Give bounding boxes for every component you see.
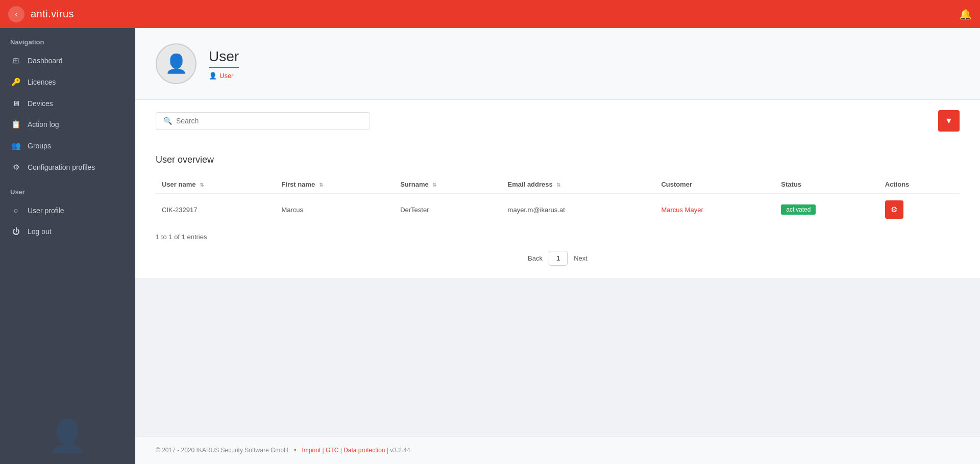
pagination-next[interactable]: Next bbox=[574, 254, 587, 262]
pagination-page-1[interactable]: 1 bbox=[549, 251, 568, 266]
footer-link-data-protection[interactable]: Data protection bbox=[344, 447, 385, 454]
col-customer[interactable]: Customer bbox=[655, 175, 775, 194]
cell-surname: DerTester bbox=[394, 194, 501, 225]
col-email[interactable]: Email address ⇅ bbox=[502, 175, 655, 194]
footer-dot: • bbox=[294, 447, 296, 454]
filter-icon: ▼ bbox=[945, 116, 953, 125]
log-icon: 📋 bbox=[10, 120, 21, 129]
sort-icon-email: ⇅ bbox=[556, 182, 560, 188]
status-badge: activated bbox=[781, 204, 816, 215]
header-right: 🔔 bbox=[959, 8, 972, 20]
sidebar-item-groups[interactable]: 👥 Groups bbox=[0, 135, 135, 157]
sidebar-item-action-log[interactable]: 📋 Action log bbox=[0, 114, 135, 135]
user-section-label: User bbox=[0, 178, 135, 200]
table-section: User overview User name ⇅ First name ⇅ bbox=[135, 142, 980, 278]
sidebar-item-dashboard[interactable]: ⊞ Dashboard bbox=[0, 50, 135, 71]
avatar: 👤 bbox=[156, 43, 197, 84]
role-label: User bbox=[219, 72, 233, 80]
sidebar-item-user-profile[interactable]: ○ User profile bbox=[0, 200, 135, 221]
logout-icon: ⏻ bbox=[10, 227, 21, 236]
sort-icon-surname: ⇅ bbox=[432, 182, 436, 188]
page-title: User bbox=[209, 48, 239, 68]
search-icon: 🔍 bbox=[163, 117, 172, 125]
user-profile-icon: ○ bbox=[10, 206, 21, 215]
app-title: anti.virus bbox=[31, 8, 74, 20]
nav-section-label: Navigation bbox=[0, 28, 135, 50]
sort-icon-firstname: ⇅ bbox=[319, 182, 323, 188]
user-table: User name ⇅ First name ⇅ Surname ⇅ Ema bbox=[156, 175, 960, 225]
pagination: Back 1 Next bbox=[156, 251, 960, 266]
footer-copyright: © 2017 - 2020 IKARUS Security Software G… bbox=[156, 447, 288, 454]
sidebar-item-configuration-profiles[interactable]: ⚙ Configuration profiles bbox=[0, 157, 135, 178]
sidebar-label-config: Configuration profiles bbox=[28, 163, 95, 171]
cell-username: CIK-232917 bbox=[156, 194, 275, 225]
footer: © 2017 - 2020 IKARUS Security Software G… bbox=[135, 436, 980, 464]
main-content: 👤 User 👤 User 🔍 ▼ User overview bbox=[135, 28, 980, 464]
sidebar-label-user-profile: User profile bbox=[28, 207, 64, 215]
sidebar-item-log-out[interactable]: ⏻ Log out bbox=[0, 221, 135, 242]
table-row: CIK-232917 Marcus DerTester mayer.m@ikar… bbox=[156, 194, 960, 225]
col-surname[interactable]: Surname ⇅ bbox=[394, 175, 501, 194]
person-icon: 👤 bbox=[165, 53, 188, 74]
col-actions: Actions bbox=[879, 175, 960, 194]
cell-email: mayer.m@ikarus.at bbox=[502, 194, 655, 225]
sidebar-label-logout: Log out bbox=[28, 227, 52, 236]
sidebar-label-dashboard: Dashboard bbox=[28, 57, 63, 65]
key-icon: 🔑 bbox=[10, 78, 21, 87]
cell-status: activated bbox=[775, 194, 878, 225]
monitor-icon: 🖥 bbox=[10, 99, 21, 108]
role-icon: 👤 bbox=[209, 72, 217, 80]
header-row: User name ⇅ First name ⇅ Surname ⇅ Ema bbox=[156, 175, 960, 194]
sidebar-bottom-decoration: 👤 bbox=[0, 407, 135, 464]
bell-icon[interactable]: 🔔 bbox=[959, 8, 972, 20]
col-status: Status bbox=[775, 175, 878, 194]
user-info: User 👤 User bbox=[209, 48, 239, 80]
cell-firstname: Marcus bbox=[275, 194, 394, 225]
search-area: 🔍 ▼ bbox=[135, 100, 980, 142]
sidebar-label-devices: Devices bbox=[28, 99, 53, 108]
table-header: User name ⇅ First name ⇅ Surname ⇅ Ema bbox=[156, 175, 960, 194]
top-header: ‹ anti.virus 🔔 bbox=[0, 0, 980, 28]
footer-version: | v3.2.44 bbox=[387, 447, 410, 454]
back-button[interactable]: ‹ bbox=[8, 6, 24, 22]
col-username[interactable]: User name ⇅ bbox=[156, 175, 275, 194]
sort-icon-username: ⇅ bbox=[200, 182, 204, 188]
table-title: User overview bbox=[156, 154, 960, 165]
filter-button[interactable]: ▼ bbox=[938, 110, 960, 132]
search-wrapper: 🔍 bbox=[156, 112, 370, 130]
footer-link-imprint[interactable]: Imprint bbox=[302, 447, 321, 454]
layout: Navigation ⊞ Dashboard 🔑 Licences 🖥 Devi… bbox=[0, 28, 980, 464]
search-input[interactable] bbox=[176, 117, 362, 125]
footer-link-gtc[interactable]: GTC bbox=[326, 447, 338, 454]
dashboard-icon: ⊞ bbox=[10, 56, 21, 65]
sidebar-label-licences: Licences bbox=[28, 78, 56, 86]
cell-customer[interactable]: Marcus Mayer bbox=[655, 194, 775, 225]
groups-icon: 👥 bbox=[10, 141, 21, 150]
entries-info: 1 to 1 of 1 entries bbox=[156, 233, 960, 241]
col-firstname[interactable]: First name ⇅ bbox=[275, 175, 394, 194]
sidebar: Navigation ⊞ Dashboard 🔑 Licences 🖥 Devi… bbox=[0, 28, 135, 464]
pagination-back[interactable]: Back bbox=[528, 254, 543, 262]
sidebar-label-groups: Groups bbox=[28, 142, 51, 150]
gear-icon: ⚙ bbox=[891, 205, 897, 214]
user-role: 👤 User bbox=[209, 72, 239, 80]
user-profile-header: 👤 User 👤 User bbox=[135, 28, 980, 100]
sidebar-item-licences[interactable]: 🔑 Licences bbox=[0, 71, 135, 93]
cell-actions: ⚙ bbox=[879, 194, 960, 225]
table-body: CIK-232917 Marcus DerTester mayer.m@ikar… bbox=[156, 194, 960, 225]
action-settings-button[interactable]: ⚙ bbox=[885, 200, 903, 219]
sidebar-label-action-log: Action log bbox=[28, 120, 59, 128]
config-icon: ⚙ bbox=[10, 163, 21, 172]
sidebar-decorative-icon: 👤 bbox=[48, 418, 87, 454]
sidebar-item-devices[interactable]: 🖥 Devices bbox=[0, 93, 135, 114]
